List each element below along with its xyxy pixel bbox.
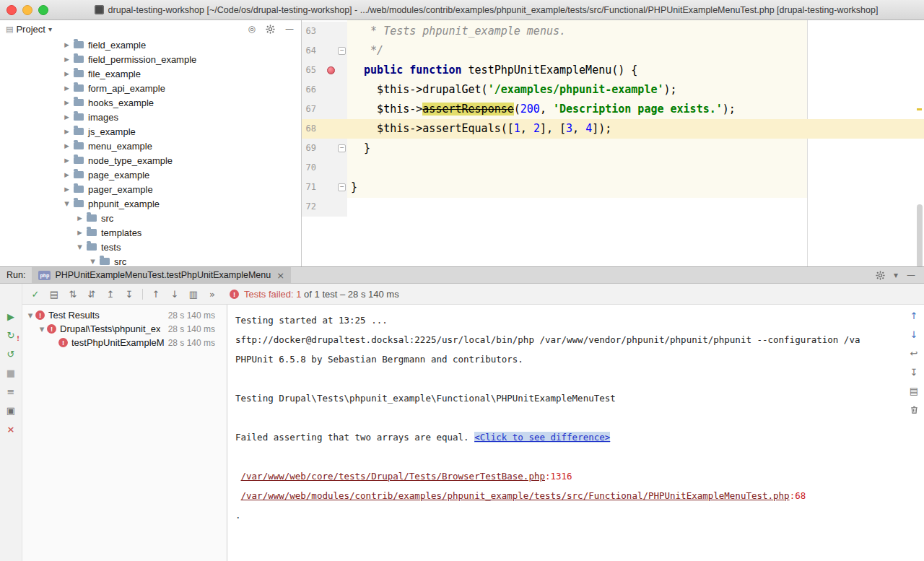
project-tree-item[interactable]: ▶js_example <box>0 124 301 139</box>
chevron-right-icon[interactable]: ▶ <box>75 214 84 222</box>
rerun-failed-tests-button[interactable]: ↻! <box>4 329 18 342</box>
test-tree-item[interactable]: ▼!Test Results28 s 140 ms <box>22 308 227 322</box>
file-link[interactable]: /var/www/web/modules/contrib/examples/ph… <box>241 490 790 501</box>
editor-line[interactable]: 66 $this->drupalGet('/examples/phpunit-e… <box>302 80 924 100</box>
chevron-right-icon[interactable]: ▶ <box>62 113 71 121</box>
console-line: sftp://docker@drupaltest.docksal:2225/us… <box>235 330 924 349</box>
pin-tab-button[interactable]: ▣ <box>4 404 18 417</box>
fold-icon[interactable]: − <box>338 47 346 55</box>
test-failed-gutter-icon[interactable] <box>327 66 335 74</box>
show-ignored-button[interactable]: ▤ <box>45 286 63 302</box>
console-output[interactable]: Testing started at 13:25 ...sftp://docke… <box>227 305 924 561</box>
scrollbar-thumb[interactable] <box>917 204 923 266</box>
project-tree-item[interactable]: ▶pager_example <box>0 182 301 196</box>
previous-failed-test-button[interactable]: ↑ <box>147 286 165 302</box>
project-tree-item[interactable]: ▼tests <box>0 240 301 254</box>
project-tree-item[interactable]: ▶images <box>0 110 301 124</box>
close-window-button[interactable] <box>6 5 17 15</box>
editor-line[interactable]: 70 <box>302 158 924 178</box>
show-passed-button[interactable]: ✓ <box>27 286 44 302</box>
sort-alphabetically-button[interactable]: ⇅ <box>64 286 82 302</box>
locate-file-icon[interactable]: ◎ <box>248 24 256 34</box>
sort-by-duration-button[interactable]: ⇵ <box>83 286 100 302</box>
code-editor[interactable]: 63 * Tests phpunit_example menus.64− */6… <box>302 20 924 266</box>
project-tree-item[interactable]: ▶hooks_example <box>0 95 301 110</box>
chevron-down-icon[interactable]: ▼ <box>37 326 47 333</box>
clear-console-button[interactable] <box>907 403 921 416</box>
print-button[interactable]: ▤ <box>907 384 921 397</box>
project-tree-item[interactable]: ▶src <box>0 211 301 225</box>
editor-line[interactable]: 68 $this->assertEquals([1, 2], [3, 4]); <box>302 119 924 139</box>
gear-icon[interactable] <box>266 25 275 34</box>
soft-wrap-button[interactable]: ↩ <box>907 347 921 360</box>
chevron-down-icon[interactable]: ▼ <box>25 312 35 319</box>
restore-layout-button[interactable]: ≡ <box>4 385 18 398</box>
project-tree-item[interactable]: ▶templates <box>0 225 301 240</box>
chevron-right-icon[interactable]: ▶ <box>62 56 71 63</box>
chevron-right-icon[interactable]: ▶ <box>75 229 84 236</box>
chevron-right-icon[interactable]: ▶ <box>62 70 71 77</box>
chevron-down-icon[interactable]: ▼ <box>88 258 97 265</box>
project-tree-item[interactable]: ▶field_permission_example <box>0 52 301 66</box>
stop-button[interactable]: ■ <box>4 366 18 379</box>
close-tab-icon[interactable]: × <box>276 270 284 281</box>
diff-link[interactable]: <Click to see difference> <box>474 432 610 443</box>
chevron-down-icon[interactable]: ▼ <box>62 200 71 207</box>
chevron-right-icon[interactable]: ▶ <box>62 128 71 135</box>
traffic-lights <box>6 5 48 15</box>
editor-line[interactable]: 69− } <box>302 139 924 158</box>
code-text: * Tests phpunit_example menus. <box>347 22 566 41</box>
zoom-window-button[interactable] <box>38 5 48 15</box>
chevron-right-icon[interactable]: ▶ <box>62 142 71 149</box>
project-tree-item[interactable]: ▶field_example <box>0 38 301 52</box>
expand-all-button[interactable]: ↥ <box>102 286 119 302</box>
gear-icon[interactable] <box>876 271 885 280</box>
test-tree-item[interactable]: !testPhpUnitExampleM28 s 140 ms <box>22 336 227 349</box>
project-tree-item[interactable]: ▶form_api_example <box>0 81 301 95</box>
warning-stripe-mark[interactable] <box>917 108 922 110</box>
chevron-right-icon[interactable]: ▶ <box>62 41 71 48</box>
project-panel-title[interactable]: Project <box>16 24 45 35</box>
minimize-window-button[interactable] <box>22 5 32 15</box>
fold-icon[interactable]: − <box>338 144 346 152</box>
editor-line[interactable]: 65 public function testPhpUnitExampleMen… <box>302 61 924 80</box>
editor-line[interactable]: 64− */ <box>302 41 924 61</box>
project-tree-item[interactable]: ▶file_example <box>0 66 301 81</box>
project-tree-item[interactable]: ▼phpunit_example <box>0 196 301 211</box>
chevron-right-icon[interactable]: ▶ <box>62 171 71 178</box>
chevron-right-icon[interactable]: ▶ <box>62 84 71 92</box>
chevron-right-icon[interactable]: ▶ <box>62 99 71 106</box>
run-tab[interactable]: php PHPUnitExampleMenuTest.testPhpUnitEx… <box>32 267 291 283</box>
close-panel-button[interactable]: × <box>4 422 18 435</box>
next-failed-test-button[interactable]: ↓ <box>166 286 183 302</box>
chevron-right-icon[interactable]: ▶ <box>62 157 71 164</box>
gutter: 70 <box>302 158 347 178</box>
editor-scrollbar[interactable] <box>915 20 924 266</box>
rerun-button[interactable]: ▶ <box>4 310 18 323</box>
toggle-auto-test-button[interactable]: ↺ <box>4 347 18 360</box>
editor-line[interactable]: 72 <box>302 197 924 217</box>
down-stack-trace-button[interactable]: ↓ <box>907 328 921 341</box>
chevron-down-icon[interactable]: ▼ <box>75 243 84 251</box>
fold-icon[interactable]: − <box>338 183 346 191</box>
project-tree-item[interactable]: ▶node_type_example <box>0 153 301 168</box>
editor-line[interactable]: 67 $this->assertResponse(200, 'Descripti… <box>302 100 924 119</box>
hide-panel-icon[interactable]: — <box>285 24 294 34</box>
project-tree-item[interactable]: ▶page_example <box>0 168 301 182</box>
chevron-down-icon[interactable]: ▾ <box>48 25 52 33</box>
test-tree-item[interactable]: ▼!Drupal\Tests\phpunit_ex28 s 140 ms <box>22 322 227 336</box>
hide-tool-window-icon[interactable]: — <box>907 270 915 280</box>
test-history-button[interactable]: ▥ <box>185 286 202 302</box>
chevron-right-icon[interactable]: ▶ <box>62 186 71 193</box>
collapse-all-button[interactable]: ↧ <box>121 286 138 302</box>
up-stack-trace-button[interactable]: ↑ <box>907 309 921 322</box>
file-link[interactable]: /var/www/web/core/tests/Drupal/Tests/Bro… <box>241 471 545 482</box>
scroll-to-end-button[interactable]: ↧ <box>907 365 921 378</box>
chevron-down-icon[interactable]: ▾ <box>894 270 898 280</box>
project-tree-item[interactable]: ▼src <box>0 254 301 266</box>
editor-line[interactable]: 63 * Tests phpunit_example menus. <box>302 22 924 41</box>
more-actions-chevron[interactable]: » <box>204 286 221 302</box>
code-text: } <box>347 139 370 158</box>
project-tree-item[interactable]: ▶menu_example <box>0 139 301 153</box>
editor-line[interactable]: 71−} <box>302 178 924 197</box>
